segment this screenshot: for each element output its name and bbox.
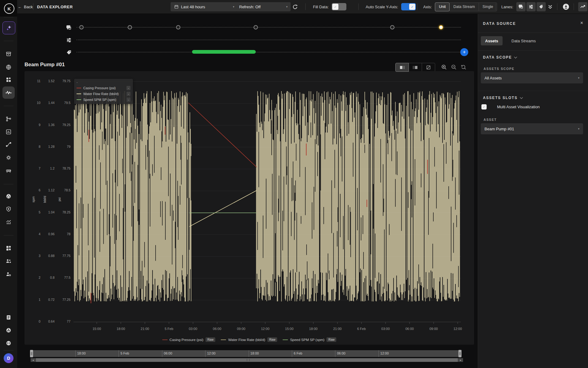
axis-option-unit[interactable]: Unit bbox=[435, 2, 450, 11]
sidebar-item-user-settings[interactable] bbox=[6, 271, 12, 277]
export-button[interactable] bbox=[562, 3, 570, 10]
time-navigator[interactable]: 18:005 Feb06:0012:0018:006 Feb06:0012:00 bbox=[31, 350, 461, 357]
zoom-out-button[interactable] bbox=[451, 64, 457, 70]
refresh-button[interactable] bbox=[292, 4, 298, 10]
sidebar-item-barrier[interactable] bbox=[6, 168, 12, 174]
layout-no-fill-button[interactable] bbox=[422, 63, 435, 72]
tooltip-row: Casing Pressure (psi)- bbox=[77, 86, 130, 90]
tags-lane-icon[interactable] bbox=[66, 50, 72, 55]
sidebar-item-components[interactable] bbox=[6, 77, 12, 83]
lane-event-marker[interactable] bbox=[254, 25, 258, 29]
ai-assistant-button[interactable] bbox=[2, 21, 15, 34]
annotations-lane-icon[interactable] bbox=[66, 25, 72, 30]
user-avatar[interactable]: D bbox=[4, 353, 13, 363]
lane-event-marker[interactable] bbox=[128, 25, 132, 29]
navigator-tick-line bbox=[75, 350, 76, 357]
sidebar-item-network[interactable] bbox=[6, 327, 12, 333]
auto-scale-label: Auto Scale Y-Axis: bbox=[366, 5, 398, 9]
legend-mode-badge[interactable]: Raw bbox=[326, 337, 336, 342]
sidebar-item-archive[interactable] bbox=[6, 51, 12, 57]
branch-icon bbox=[6, 116, 12, 122]
axis-option-single[interactable]: Single bbox=[479, 2, 497, 11]
axis-label: Axis: bbox=[423, 5, 432, 9]
legend-mode-badge[interactable]: Raw bbox=[267, 337, 277, 342]
sidebar-item-branch[interactable] bbox=[6, 116, 12, 122]
scroll-left-button[interactable]: ◂ bbox=[31, 358, 36, 362]
download-circle-icon bbox=[562, 3, 570, 10]
refresh-select[interactable]: Refresh: Off ▾ bbox=[236, 2, 291, 11]
tab-assets[interactable]: Assets bbox=[481, 36, 503, 45]
tooltip-series-swatch bbox=[77, 88, 81, 88]
zoom-in-button[interactable] bbox=[441, 64, 447, 70]
lane-event-marker[interactable] bbox=[176, 25, 180, 29]
layout-chart-left-button[interactable] bbox=[395, 63, 409, 72]
k-logo[interactable]: K bbox=[4, 3, 14, 14]
navigator-right-handle[interactable] bbox=[458, 350, 462, 357]
asset-select[interactable]: Beam Pump #01 ▾ bbox=[481, 123, 583, 134]
sidebar-item-data-explorer[interactable] bbox=[2, 86, 15, 99]
assets-scope-select[interactable]: All Assets ▾ bbox=[481, 72, 583, 83]
fill-data-toggle[interactable]: ✓ bbox=[332, 3, 346, 10]
collapse-all-button[interactable] bbox=[548, 4, 553, 10]
section-assets-slots[interactable]: ASSETS SLOTS bbox=[483, 96, 522, 100]
horizontal-scrollbar[interactable]: ◂ ▸ bbox=[31, 358, 463, 362]
tab-data-streams[interactable]: Data Streams bbox=[507, 36, 540, 45]
auto-scale-toggle[interactable]: ✓ bbox=[401, 3, 416, 10]
navigator-tick-label: 06:00 bbox=[337, 351, 345, 355]
legend-mode-badge[interactable]: Raw bbox=[205, 337, 215, 342]
assets-scope-label: ASSETS SCOPE bbox=[484, 67, 514, 71]
x-axis-tick: 12:00 bbox=[256, 327, 274, 331]
lanes-label: Lanes: bbox=[501, 5, 513, 9]
sidebar-item-localization[interactable] bbox=[6, 340, 12, 346]
lane-event-marker[interactable] bbox=[79, 25, 84, 29]
assets-scope-value: All Assets bbox=[484, 76, 502, 80]
main-content: + Beam Pump #01 11109876543210spm1.521.4… bbox=[17, 13, 478, 368]
sidebar-item-analytics[interactable] bbox=[6, 219, 12, 225]
control-changes-lane-track[interactable] bbox=[77, 40, 461, 40]
scroll-right-button[interactable]: ▸ bbox=[458, 358, 463, 362]
y-axis-tick: 77.25 bbox=[57, 298, 70, 301]
time-range-select[interactable]: Last 48 hours ▾ bbox=[171, 2, 237, 11]
lane-event-marker[interactable] bbox=[390, 25, 394, 29]
chevron-down-icon bbox=[520, 96, 523, 99]
legend-item[interactable]: Casing Pressure (psi)Raw bbox=[162, 337, 216, 342]
sidebar-item-globe[interactable] bbox=[6, 64, 12, 70]
sidebar-item-cluster[interactable] bbox=[6, 193, 12, 199]
legend-item[interactable]: Water Flow Rate (bbl/d)Raw bbox=[221, 337, 277, 342]
chart-plot[interactable] bbox=[74, 78, 461, 325]
close-panel-button[interactable]: × bbox=[580, 20, 583, 26]
sidebar-item-route[interactable] bbox=[6, 141, 12, 148]
legend-label: Water Flow Rate (bbl/d) bbox=[228, 338, 265, 342]
divider bbox=[478, 91, 588, 91]
tag-span-bar[interactable] bbox=[192, 50, 256, 54]
control-changes-lane-button[interactable] bbox=[526, 2, 536, 11]
chevron-down-icon: ▾ bbox=[286, 5, 288, 8]
add-lane-item-button[interactable]: + bbox=[460, 48, 468, 56]
tags-lane-button[interactable] bbox=[537, 2, 546, 11]
trend-view-button[interactable] bbox=[578, 2, 587, 11]
lane-event-marker[interactable] bbox=[439, 25, 443, 29]
divider bbox=[358, 3, 359, 10]
control-changes-lane-icon[interactable] bbox=[66, 37, 72, 43]
annotations-lane-track[interactable] bbox=[77, 27, 461, 28]
tooltip-row: Water Flow Rate (bbl/d)- bbox=[77, 92, 130, 96]
scrollbar-thumb[interactable] bbox=[36, 358, 458, 362]
x-axis-tick: 03:00 bbox=[376, 327, 395, 331]
tags-lane-track[interactable] bbox=[77, 52, 461, 52]
layout-chart-right-button[interactable] bbox=[409, 63, 422, 72]
divider bbox=[478, 50, 588, 51]
annotations-lane-button[interactable] bbox=[516, 2, 526, 11]
reset-zoom-button[interactable] bbox=[461, 64, 467, 70]
chevron-down-icon: ▾ bbox=[578, 127, 579, 130]
sidebar-item-security[interactable] bbox=[6, 206, 12, 212]
navigator-left-handle[interactable] bbox=[30, 350, 33, 357]
sidebar-item-settings[interactable] bbox=[6, 155, 12, 161]
sidebar-item-docs[interactable] bbox=[6, 314, 12, 320]
sidebar-item-chart[interactable] bbox=[6, 129, 12, 135]
legend-item[interactable]: Speed SPM SP (spm)Raw bbox=[283, 337, 336, 342]
sidebar-item-apps[interactable] bbox=[6, 245, 12, 251]
back-button[interactable]: ← Back bbox=[18, 5, 33, 9]
section-data-scope[interactable]: DATA SCOPE bbox=[483, 55, 517, 59]
sidebar-item-users[interactable] bbox=[6, 258, 12, 264]
axis-option-data-stream[interactable]: Data Stream bbox=[449, 2, 479, 11]
